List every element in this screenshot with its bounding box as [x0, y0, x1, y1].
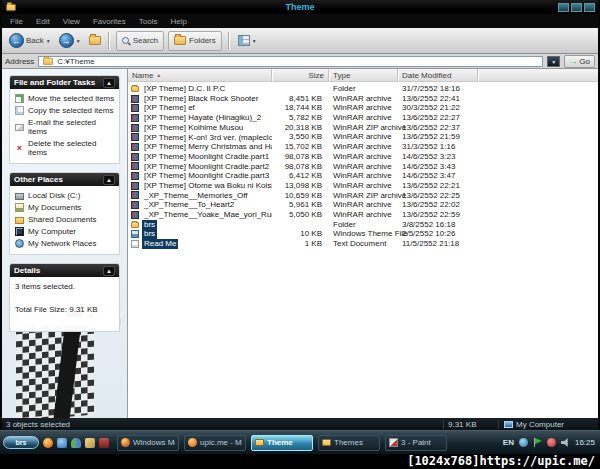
cell-date-modified: 31/7/2552 18:16 [398, 84, 484, 94]
minimize-button[interactable] [558, 3, 569, 12]
folders-button[interactable]: Folders [168, 31, 222, 51]
address-input[interactable]: C:¥Theme [38, 56, 543, 67]
place-label: Shared Documents [28, 215, 96, 224]
place-item[interactable]: My Computer [15, 227, 116, 236]
table-row[interactable]: _XP_Theme__Memories_Off 10,659 KB WinRAR… [128, 191, 598, 201]
cell-type: WinRAR archive [329, 113, 398, 123]
menu-bar: File Edit View Favorites Tools Help [2, 14, 598, 28]
panel-title: Other Places [14, 175, 63, 184]
cell-date-modified: 13/6/2552 22:21 [398, 181, 484, 191]
panel-header-tasks[interactable]: File and Folder Tasks ▲ [10, 76, 119, 89]
tray-user-icon[interactable] [519, 438, 528, 447]
task-item[interactable]: Copy the selected items [15, 106, 116, 115]
file-name: Read Me [142, 239, 178, 249]
collapse-arrow-icon[interactable]: ▲ [103, 175, 115, 185]
menu-item[interactable]: Tools [139, 17, 158, 26]
table-row[interactable]: [XP Theme] Moonlight Cradle.part2 98,078… [128, 162, 598, 172]
quick-launch-icon[interactable] [99, 438, 109, 448]
table-row[interactable]: [XP Theme] Moonlight Cradle.part1 98,078… [128, 152, 598, 162]
menu-item[interactable]: Favorites [93, 17, 126, 26]
panel-header-places[interactable]: Other Places ▲ [10, 173, 119, 186]
quick-launch-icon[interactable] [57, 438, 67, 448]
column-header-size[interactable]: Size [272, 69, 329, 81]
tray-app-icon[interactable] [547, 438, 556, 447]
place-item[interactable]: Shared Documents [15, 215, 116, 224]
taskbar-button[interactable]: Themes [318, 435, 380, 451]
table-row[interactable]: [XP Theme] Hayate (Hinagiku)_2 5,782 KB … [128, 113, 598, 123]
task-item[interactable]: Move the selected items [15, 94, 116, 103]
menu-item[interactable]: View [63, 17, 80, 26]
column-header-type[interactable]: Type [329, 69, 398, 81]
sidebar: File and Folder Tasks ▲ Move the selecte… [2, 69, 128, 418]
title-bar[interactable]: Theme [2, 0, 598, 14]
panel-header-details[interactable]: Details ▲ [10, 264, 119, 277]
table-row[interactable]: [XP Theme] Otome wa Boku ni Koishiteru (… [128, 181, 598, 191]
place-item[interactable]: My Network Places [15, 239, 116, 248]
task-item[interactable]: × Delete the selected items [15, 139, 116, 157]
taskbar-button[interactable]: upic.me - Mozil... [184, 435, 246, 451]
table-row[interactable]: _XP_Theme__To_Heart2 5,961 KB WinRAR arc… [128, 200, 598, 210]
collapse-arrow-icon[interactable]: ▲ [103, 78, 115, 88]
close-button[interactable] [584, 3, 595, 12]
file-name: [XP Theme] Otome wa Boku ni Koishiteru (… [142, 181, 272, 191]
file-name: [XP Theme] Moonlight Cradle.part1 [142, 152, 271, 162]
maximize-button[interactable] [571, 3, 582, 12]
column-header-name[interactable]: Name ▲ [128, 69, 272, 81]
forward-dropdown-icon[interactable]: ▼ [76, 38, 81, 44]
quick-launch-icon[interactable] [85, 438, 95, 448]
table-row[interactable]: [XP Theme] D.C. II P.C Folder 31/7/2552 … [128, 84, 598, 94]
cell-name: _XP_Theme__To_Heart2 [128, 200, 272, 210]
details-total-size: Total File Size: 9.31 KB [15, 305, 116, 315]
status-location: My Computer [498, 420, 598, 429]
table-row[interactable]: [XP Theme] Black Rock Shooter 8,451 KB W… [128, 94, 598, 104]
table-row[interactable]: Read Me 1 KB Text Document 11/5/2552 21:… [128, 239, 598, 249]
search-button[interactable]: Search [116, 31, 164, 51]
task-item[interactable]: E-mail the selected items [15, 118, 116, 136]
table-row[interactable]: [XP Theme] Koihime Musou 20,318 KB WinRA… [128, 123, 598, 133]
table-row[interactable]: brs 10 KB Windows Theme File 2/5/2552 10… [128, 229, 598, 239]
cell-size: 1 KB [272, 239, 329, 249]
table-row[interactable]: [XP Theme] ef 18,744 KB WinRAR archive 3… [128, 103, 598, 113]
column-header-date-modified[interactable]: Date Modified [398, 69, 478, 81]
views-dropdown-icon[interactable]: ▼ [252, 38, 257, 44]
quick-launch-icon[interactable] [43, 438, 53, 448]
cell-date-modified: 11/5/2552 21:18 [398, 239, 484, 249]
taskbar-button[interactable]: 3 - Paint [385, 435, 447, 451]
table-row[interactable]: _XP_Theme__Yoake_Mae_yori_Ruriiro_na 5,0… [128, 210, 598, 220]
quick-launch-icon[interactable] [71, 438, 81, 448]
forward-button[interactable]: → ▼ [57, 33, 83, 48]
menu-item[interactable]: Help [170, 17, 186, 26]
table-row[interactable]: [XP Theme] K-on! 3rd ver. (maplecloud) 3… [128, 132, 598, 142]
collapse-arrow-icon[interactable]: ▲ [103, 266, 115, 276]
cell-type: Folder [329, 84, 398, 94]
menu-item[interactable]: File [10, 17, 23, 26]
cell-size: 10 KB [272, 229, 329, 239]
address-dropdown-button[interactable]: ▼ [547, 56, 560, 67]
views-button[interactable]: ▼ [236, 35, 259, 46]
go-button[interactable]: → Go [564, 55, 595, 68]
back-button[interactable]: ← Back ▼ [7, 33, 53, 48]
back-dropdown-icon[interactable]: ▼ [46, 38, 51, 44]
taskbar-button[interactable]: Windows Media... [117, 435, 179, 451]
details-selection-count: 3 items selected. [15, 282, 116, 292]
tray-flag-icon[interactable] [533, 438, 542, 447]
sort-ascending-icon: ▲ [156, 72, 161, 78]
volume-icon[interactable] [561, 438, 570, 447]
table-row[interactable]: [XP Theme] Moonlight Cradle.part3 6,412 … [128, 171, 598, 181]
start-button[interactable]: brs [3, 436, 39, 449]
file-icon [131, 172, 139, 180]
cell-name: [XP Theme] Koihime Musou [128, 123, 272, 133]
table-row[interactable]: brs Folder 3/8/2552 16:18 [128, 220, 598, 230]
table-row[interactable]: [XP Theme] Merry Christmas and Happy New… [128, 142, 598, 152]
status-bar: 3 objects selected 9.31 KB My Computer [2, 418, 598, 430]
taskbar-button[interactable]: Theme [251, 435, 313, 451]
place-item[interactable]: Local Disk (C:) [15, 191, 116, 200]
file-folder-tasks-panel: File and Folder Tasks ▲ Move the selecte… [9, 75, 120, 164]
language-indicator[interactable]: EN [503, 438, 514, 447]
menu-item[interactable]: Edit [36, 17, 50, 26]
place-item[interactable]: My Documents [15, 203, 116, 212]
cell-type: WinRAR archive [329, 210, 398, 220]
clock[interactable]: 16:25 [575, 438, 595, 447]
up-button[interactable]: ↑ [87, 36, 102, 45]
cell-date-modified: 31/3/2552 1:16 [398, 142, 484, 152]
